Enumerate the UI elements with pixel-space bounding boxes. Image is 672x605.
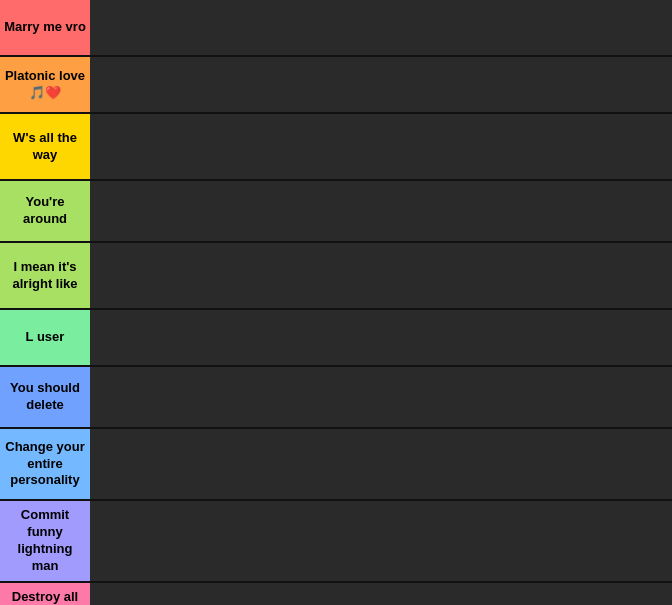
tier-content-marry-me-vro[interactable] — [90, 0, 672, 55]
tier-label-i-mean-its-alright: I mean it's alright like — [0, 243, 90, 308]
tier-content-platonic-love[interactable] — [90, 57, 672, 112]
tier-row: Commit funny lightning man — [0, 501, 672, 583]
tier-list: Marry me vroPlatonic love 🎵❤️W's all the… — [0, 0, 672, 605]
tier-label-l-user: L user — [0, 310, 90, 365]
tier-content-youre-around[interactable] — [90, 181, 672, 241]
tier-label-commit-funny-lightning: Commit funny lightning man — [0, 501, 90, 581]
tier-content-destroy-all-records[interactable] — [90, 583, 672, 605]
tier-label-platonic-love: Platonic love 🎵❤️ — [0, 57, 90, 112]
tier-label-ws-all-the-way: W's all the way — [0, 114, 90, 179]
tier-row: Destroy all records of your existence — [0, 583, 672, 605]
tier-content-i-mean-its-alright[interactable] — [90, 243, 672, 308]
tier-row: You're around — [0, 181, 672, 243]
tier-label-you-should-delete: You should delete — [0, 367, 90, 427]
tier-label-youre-around: You're around — [0, 181, 90, 241]
tier-content-l-user[interactable] — [90, 310, 672, 365]
tier-row: W's all the way — [0, 114, 672, 181]
tier-row: Marry me vro — [0, 0, 672, 57]
tier-content-ws-all-the-way[interactable] — [90, 114, 672, 179]
tier-content-you-should-delete[interactable] — [90, 367, 672, 427]
tier-content-change-your-personality[interactable] — [90, 429, 672, 499]
tier-row: I mean it's alright like — [0, 243, 672, 310]
tier-label-marry-me-vro: Marry me vro — [0, 0, 90, 55]
tier-content-commit-funny-lightning[interactable] — [90, 501, 672, 581]
tier-label-destroy-all-records: Destroy all records of your existence — [0, 583, 90, 605]
tier-label-change-your-personality: Change your entire personality — [0, 429, 90, 499]
tier-row: You should delete — [0, 367, 672, 429]
tier-row: Change your entire personality — [0, 429, 672, 501]
tier-row: Platonic love 🎵❤️ — [0, 57, 672, 114]
tier-row: L user — [0, 310, 672, 367]
